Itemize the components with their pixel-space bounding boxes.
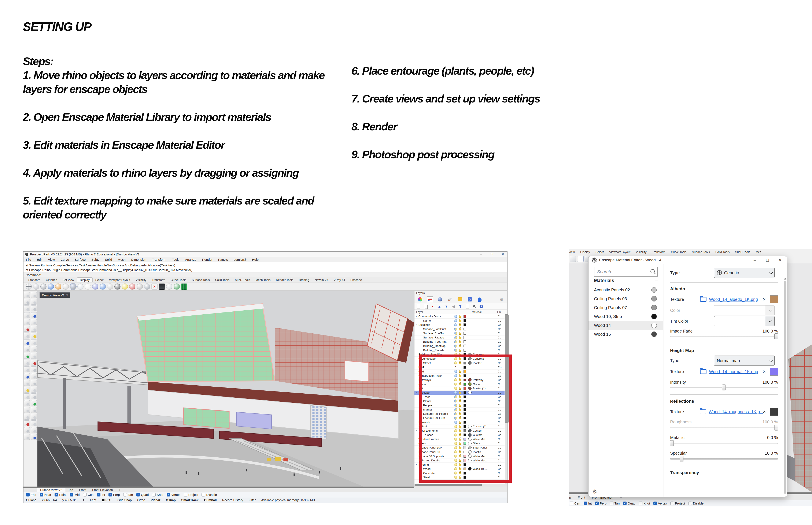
checkbox-icon[interactable] [653, 501, 657, 505]
layer-row[interactable]: People Co [415, 403, 505, 407]
layer-material-circle[interactable] [468, 357, 472, 360]
display-mode-icon[interactable] [92, 284, 98, 290]
layer-visibility-bulb-icon[interactable] [454, 374, 457, 377]
layer-lock-icon[interactable] [459, 375, 461, 377]
layer-visibility-bulb-icon[interactable] [454, 357, 457, 360]
tool-icon[interactable] [24, 373, 30, 379]
status-item[interactable]: Record History [222, 498, 243, 502]
layer-lock-icon[interactable] [459, 379, 461, 381]
layers-scrollbar[interactable] [505, 314, 507, 484]
layer-visibility-bulb-icon[interactable] [454, 429, 457, 432]
layer-visibility-bulb-icon[interactable] [454, 417, 457, 420]
tool-icon[interactable] [31, 420, 37, 426]
toolbar-tab[interactable]: Set View [60, 278, 77, 282]
minimize-button[interactable]: – [480, 252, 482, 256]
layer-lock-icon[interactable] [459, 464, 461, 466]
panel-tab-help[interactable] [467, 297, 473, 302]
toolbar-tab[interactable]: Visibility [133, 278, 149, 282]
layer-visibility-bulb-icon[interactable] [454, 349, 457, 352]
layer-color-swatch[interactable] [464, 357, 466, 360]
layer-color-swatch[interactable] [464, 332, 466, 335]
layer-color-swatch[interactable] [464, 328, 466, 330]
layer-visibility-bulb-icon[interactable] [454, 455, 457, 457]
toolbar-tab[interactable]: New in V7 [312, 278, 331, 282]
layer-color-swatch[interactable] [464, 480, 466, 483]
clear-texture-button[interactable]: × [763, 369, 766, 375]
layer-lock-icon[interactable] [459, 422, 461, 424]
normal-texture-link[interactable]: Wood_14_normal_1K.png [709, 369, 758, 374]
tool-icon[interactable] [31, 360, 37, 365]
layer-visibility-bulb-icon[interactable] [454, 366, 457, 369]
move-layer-up-button[interactable] [437, 305, 441, 309]
layer-row[interactable]: ▾ Enscape Co [415, 391, 505, 395]
tool-icon[interactable] [24, 305, 30, 311]
layer-lock-icon[interactable] [459, 358, 461, 360]
settings-gear-icon[interactable]: ⚙ [592, 489, 597, 495]
toolbar-tab[interactable]: SubD Tools [232, 278, 253, 282]
layer-lock-icon[interactable] [459, 472, 461, 474]
layer-visibility-bulb-icon[interactable] [454, 370, 457, 373]
tool-icon[interactable] [31, 427, 37, 433]
filter-button[interactable] [459, 305, 462, 309]
layer-visibility-bulb-icon[interactable] [454, 463, 457, 466]
layer-visibility-bulb-icon[interactable] [454, 315, 457, 318]
status-item[interactable]: Ortho [137, 498, 145, 502]
menu-item[interactable]: Transform [152, 258, 166, 261]
layer-color-swatch[interactable] [464, 391, 466, 394]
status-item[interactable]: Gumball [204, 498, 217, 502]
layer-visibility-bulb-icon[interactable] [454, 450, 457, 453]
layer-row[interactable]: Surface_FootPrint Co [415, 327, 505, 331]
layer-color-swatch[interactable] [464, 324, 466, 326]
layer-lock-icon[interactable] [459, 324, 461, 326]
status-item[interactable]: z [83, 498, 85, 502]
display-mode-icon[interactable] [122, 284, 128, 290]
tool-icon[interactable] [31, 353, 37, 359]
status-item[interactable]: Available physical memory: 15932 MB [261, 498, 315, 502]
layer-visibility-bulb-icon[interactable] [454, 378, 457, 381]
layer-row[interactable]: POT Co [415, 365, 505, 370]
display-mode-icon[interactable] [100, 284, 106, 290]
layer-row[interactable]: Lecture Hall Furn Co [415, 416, 505, 420]
layer-visibility-bulb-icon[interactable] [454, 438, 457, 441]
layer-color-swatch[interactable] [464, 467, 466, 470]
panel-tab-annotate[interactable] [447, 297, 453, 302]
layer-help-button[interactable] [479, 305, 483, 309]
checkbox-icon[interactable] [595, 501, 599, 505]
slider-handle[interactable] [680, 456, 683, 462]
tool-icon[interactable] [24, 366, 30, 372]
tool-icon[interactable] [31, 380, 37, 386]
checkbox-icon[interactable] [639, 501, 642, 505]
status-item[interactable]: Grid Snap [117, 498, 132, 502]
display-mode-icon[interactable] [174, 284, 180, 290]
status-item[interactable]: Planar [150, 498, 160, 502]
layer-material-circle[interactable] [468, 459, 472, 462]
osnap-toggle[interactable]: Cen [83, 493, 94, 496]
metallic-slider[interactable] [670, 440, 778, 446]
toolbar-tab[interactable]: Viewport Layout [106, 278, 133, 282]
panel-tab-libraries[interactable] [457, 297, 463, 302]
osnap-toggle[interactable]: Int [584, 501, 592, 505]
layers-horizontal-scrollbar[interactable] [415, 484, 507, 486]
menu-item[interactable]: Edit [37, 258, 42, 261]
material-list-item[interactable]: Wood 14 [589, 321, 663, 330]
layer-row[interactable]: Steel Co [415, 475, 505, 480]
toolbar-tab[interactable]: Viewport Layout [609, 250, 630, 254]
tool-icon[interactable] [24, 393, 30, 399]
layer-row[interactable]: Facade Panel 100 Steel Panel Co [415, 446, 505, 450]
layer-material-circle[interactable] [468, 446, 472, 449]
layer-material-circle[interactable] [468, 442, 472, 445]
checkbox-icon[interactable] [584, 501, 587, 505]
layer-row[interactable]: ▾ Buildings Co [415, 323, 505, 327]
toolbar-tab[interactable]: Curve Tools [671, 250, 686, 254]
layer-row[interactable]: Rails and Details White Met... Co [415, 459, 505, 463]
layer-lock-icon[interactable] [459, 362, 461, 364]
layer-visibility-bulb-icon[interactable] [454, 446, 457, 449]
layer-row[interactable]: Trusses Custom Co [415, 433, 505, 437]
layer-color-swatch[interactable] [464, 379, 466, 381]
menu-item[interactable]: Panels [218, 258, 228, 261]
toolbar-tab[interactable]: Solid Tools [715, 250, 729, 254]
layer-color-swatch[interactable] [464, 429, 466, 432]
toolbar-tab[interactable]: Transform [149, 278, 168, 282]
column-linetype[interactable]: Lin [497, 310, 504, 314]
layer-row[interactable]: Surface_RoofTop Co [415, 331, 505, 335]
